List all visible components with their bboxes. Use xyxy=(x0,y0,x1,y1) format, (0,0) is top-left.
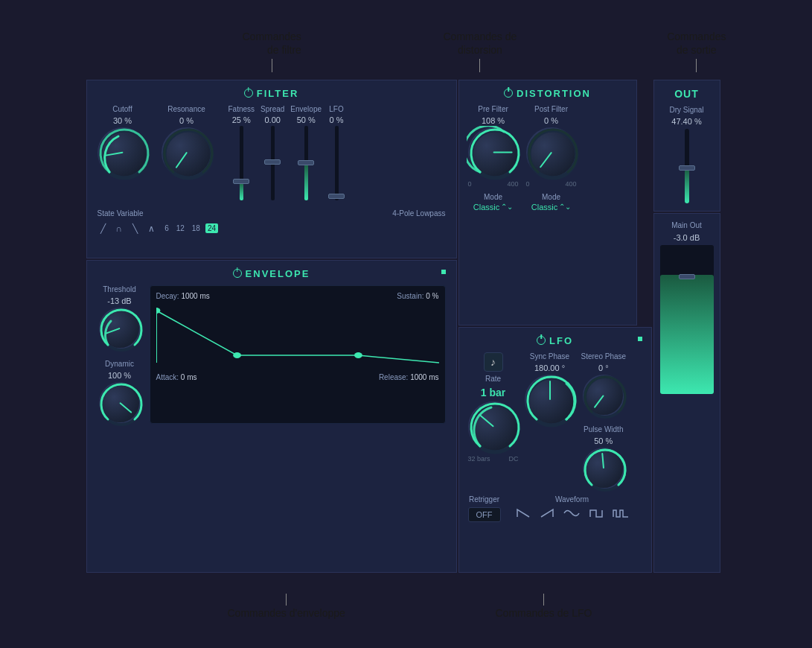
wave-square-button[interactable] xyxy=(586,506,607,522)
spread-value: 0.00 xyxy=(264,115,280,124)
wave-sine-button[interactable] xyxy=(560,506,583,522)
post-filter-value: 0 % xyxy=(544,116,558,125)
filter-lfo-value: 0 % xyxy=(330,115,344,124)
lfo-power-button[interactable] xyxy=(537,336,546,345)
distortion-title: DISTORTION xyxy=(468,88,627,99)
lfo-title: LFO xyxy=(468,335,642,346)
main-out-panel: Main Out -3.0 dB xyxy=(653,213,720,573)
fatness-value: 25 % xyxy=(232,115,251,124)
resonance-knob[interactable] xyxy=(162,127,212,178)
lfo-rate-knob[interactable] xyxy=(468,401,519,452)
pulse-width-knob[interactable] xyxy=(583,448,624,489)
resonance-label: Resonance xyxy=(167,105,205,114)
stereo-phase-knob[interactable] xyxy=(583,375,624,416)
threshold-knob[interactable] xyxy=(99,308,141,349)
svg-point-6 xyxy=(354,352,362,358)
dry-signal-group: Dry Signal 47.40 % xyxy=(660,106,714,126)
filter-bottom-controls: State Variable 4-Pole Lowpass xyxy=(97,209,446,217)
pole-6-button[interactable]: 6 xyxy=(162,223,171,233)
release-label: Release: 1000 ms xyxy=(379,373,439,381)
pre-filter-knob[interactable] xyxy=(468,127,519,178)
lfo-note-icon[interactable]: ♪ xyxy=(484,352,503,372)
decay-label: Decay: 1000 ms xyxy=(156,292,210,300)
post-filter-knob[interactable] xyxy=(526,127,577,178)
retrigger-button[interactable]: OFF xyxy=(468,507,501,522)
filter-wave3-button[interactable]: ╲ xyxy=(130,222,141,235)
filter-wave1-button[interactable]: ╱ xyxy=(97,222,109,235)
post-filter-label: Post Filter xyxy=(534,105,568,114)
dynamic-value: 100 % xyxy=(108,371,131,380)
pole-18-button[interactable]: 18 xyxy=(190,223,202,233)
filter-power-button[interactable] xyxy=(244,89,253,98)
dynamic-knob[interactable] xyxy=(99,382,141,424)
main-out-slider[interactable] xyxy=(679,274,695,279)
fatness-slider[interactable] xyxy=(240,126,243,200)
filter-poles-group: 6 12 18 24 xyxy=(162,223,218,233)
out-title: OUT xyxy=(660,88,714,100)
cutoff-group: Cutoff 30 % xyxy=(97,105,148,178)
waveform-buttons xyxy=(513,506,632,522)
annotation-enveloppe: Commandes d'enveloppe xyxy=(228,594,345,619)
stereo-phase-label: Stereo Phase xyxy=(581,352,627,361)
filter-type1-label: State Variable xyxy=(97,209,144,217)
pulse-width-value: 50 % xyxy=(594,436,613,445)
envelope-title: ENVELOPE xyxy=(97,268,446,279)
pole-12-button[interactable]: 12 xyxy=(174,223,187,233)
post-filter-mode-chevron[interactable]: ⌃⌄ xyxy=(559,203,571,211)
stereo-phase-value: 0 ° xyxy=(598,363,609,372)
waveform-group: Waveform xyxy=(513,495,632,522)
spread-slider[interactable] xyxy=(271,126,275,200)
filter-lfo-label: LFO xyxy=(329,105,343,114)
wave-pulse-button[interactable] xyxy=(610,506,632,522)
pre-filter-mode-value: Classic xyxy=(473,203,499,212)
pre-filter-group: Pre Filter 108 % 0 400 xyxy=(468,105,519,212)
envelope-top-labels: Decay: 1000 ms Sustain: 0 % xyxy=(156,292,439,300)
pulse-width-label: Pulse Width xyxy=(584,425,623,434)
retrigger-group: Retrigger OFF xyxy=(468,495,501,522)
waveform-label: Waveform xyxy=(513,495,632,504)
wave-saw-button[interactable] xyxy=(513,506,534,522)
envelope-value: 50 % xyxy=(297,115,316,124)
out-panel: OUT Dry Signal 47.40 % xyxy=(653,80,720,212)
post-filter-group: Post Filter 0 % 0 400 xyxy=(526,105,577,212)
pole-24-button[interactable]: 24 xyxy=(205,223,218,233)
pre-filter-mode-group: Mode Classic ⌃⌄ xyxy=(473,193,513,212)
main-out-value: -3.0 dB xyxy=(674,233,700,242)
pulse-width-group: Pulse Width 50 % xyxy=(583,425,624,489)
envelope-active-dot xyxy=(441,270,446,274)
filter-wave4-button[interactable]: ∧ xyxy=(145,222,158,235)
envelope-canvas[interactable] xyxy=(156,303,439,370)
dry-signal-value: 47.40 % xyxy=(671,117,701,126)
cutoff-knob[interactable] xyxy=(97,127,148,178)
svg-point-5 xyxy=(233,352,241,358)
pre-filter-label: Pre Filter xyxy=(478,105,508,114)
sync-phase-group: Sync Phase 180.00 ° xyxy=(525,352,575,425)
pre-filter-mode-chevron[interactable]: ⌃⌄ xyxy=(501,203,513,211)
filter-title: FILTER xyxy=(97,88,446,99)
threshold-group: Threshold -13 dB xyxy=(97,285,142,349)
spread-group: Spread 0.00 xyxy=(260,105,284,200)
threshold-value: -13 dB xyxy=(107,296,131,305)
annotation-distortion: Commandes de distorsion xyxy=(444,30,517,73)
envelope-slider[interactable] xyxy=(304,126,308,200)
spread-label: Spread xyxy=(260,105,284,114)
lfo-filter-slider[interactable] xyxy=(335,126,339,200)
distortion-power-button[interactable] xyxy=(504,89,513,98)
dry-signal-slider[interactable] xyxy=(679,165,695,171)
filter-lfo-group: LFO 0 % xyxy=(327,105,345,200)
fatness-label: Fatness xyxy=(228,105,255,114)
retrigger-label: Retrigger xyxy=(468,495,501,504)
stereo-phase-group: Stereo Phase 0 ° xyxy=(581,352,627,416)
lfo-rate-value: 1 bar xyxy=(481,387,505,398)
lfo-active-dot xyxy=(638,337,642,341)
envelope-power-button[interactable] xyxy=(233,269,242,278)
sync-phase-knob[interactable] xyxy=(525,375,575,425)
lfo-panel: LFO ♪ Rate 1 bar xyxy=(458,327,652,573)
post-filter-mode-value: Classic xyxy=(531,203,557,212)
filter-wave2-button[interactable]: ∩ xyxy=(113,222,126,235)
lfo-rate-label: Rate xyxy=(485,375,501,384)
wave-ramp-button[interactable] xyxy=(537,506,557,522)
attack-label: Attack: 0 ms xyxy=(156,373,197,381)
annotation-sortie: Commandes de sortie xyxy=(667,30,726,73)
envelope-label: Envelope xyxy=(290,105,322,114)
